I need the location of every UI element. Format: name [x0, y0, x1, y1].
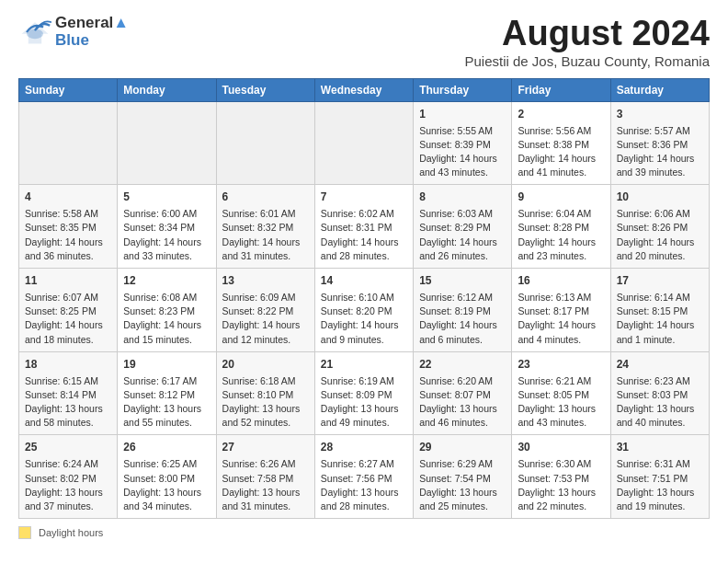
calendar-cell: 11Sunrise: 6:07 AM Sunset: 8:25 PM Dayli… — [19, 269, 118, 352]
calendar-cell: 30Sunrise: 6:30 AM Sunset: 7:53 PM Dayli… — [512, 435, 610, 519]
logo-icon — [18, 16, 51, 49]
calendar-header-cell: Sunday — [19, 78, 118, 101]
day-number: 8 — [419, 190, 506, 205]
day-number: 31 — [617, 440, 703, 455]
calendar-cell: 25Sunrise: 6:24 AM Sunset: 8:02 PM Dayli… — [19, 435, 118, 519]
day-number: 15 — [419, 273, 506, 289]
day-info: Sunrise: 6:10 AM Sunset: 8:20 PM Dayligh… — [321, 291, 407, 347]
day-info: Sunrise: 6:20 AM Sunset: 8:07 PM Dayligh… — [419, 374, 506, 431]
day-info: Sunrise: 6:25 AM Sunset: 8:00 PM Dayligh… — [123, 457, 210, 513]
calendar-table: SundayMondayTuesdayWednesdayThursdayFrid… — [18, 78, 710, 519]
calendar-cell: 24Sunrise: 6:23 AM Sunset: 8:03 PM Dayli… — [610, 351, 709, 435]
calendar-cell: 13Sunrise: 6:09 AM Sunset: 8:22 PM Dayli… — [216, 269, 314, 352]
day-number: 17 — [617, 273, 703, 289]
calendar-week-row: 1Sunrise: 5:55 AM Sunset: 8:39 PM Daylig… — [19, 101, 710, 185]
day-number: 14 — [321, 273, 407, 289]
daylight-color-box — [18, 526, 31, 539]
calendar-cell: 7Sunrise: 6:02 AM Sunset: 8:31 PM Daylig… — [314, 185, 413, 269]
day-info: Sunrise: 6:08 AM Sunset: 8:23 PM Dayligh… — [123, 291, 210, 347]
day-info: Sunrise: 6:12 AM Sunset: 8:19 PM Dayligh… — [419, 291, 506, 347]
calendar-header-cell: Wednesday — [314, 78, 413, 101]
day-number: 19 — [123, 357, 210, 373]
page-title: August 2024 — [464, 15, 710, 53]
calendar-cell: 23Sunrise: 6:21 AM Sunset: 8:05 PM Dayli… — [512, 351, 610, 435]
day-number: 27 — [222, 440, 309, 455]
calendar-cell: 14Sunrise: 6:10 AM Sunset: 8:20 PM Dayli… — [314, 269, 413, 352]
calendar-header-cell: Friday — [512, 78, 610, 101]
day-number: 2 — [518, 107, 604, 122]
footer: Daylight hours — [18, 526, 710, 539]
calendar-cell — [216, 101, 314, 185]
calendar-cell: 21Sunrise: 6:19 AM Sunset: 8:09 PM Dayli… — [314, 351, 413, 435]
calendar-cell: 27Sunrise: 6:26 AM Sunset: 7:58 PM Dayli… — [216, 435, 314, 519]
calendar-week-row: 25Sunrise: 6:24 AM Sunset: 8:02 PM Dayli… — [19, 435, 710, 519]
calendar-cell: 4Sunrise: 5:58 AM Sunset: 8:35 PM Daylig… — [19, 185, 118, 269]
svg-point-1 — [27, 29, 43, 39]
calendar-cell: 16Sunrise: 6:13 AM Sunset: 8:17 PM Dayli… — [512, 269, 610, 352]
calendar-cell: 8Sunrise: 6:03 AM Sunset: 8:29 PM Daylig… — [414, 185, 512, 269]
day-info: Sunrise: 6:04 AM Sunset: 8:28 PM Dayligh… — [518, 207, 604, 263]
calendar-cell — [19, 101, 118, 185]
day-info: Sunrise: 6:09 AM Sunset: 8:22 PM Dayligh… — [222, 291, 309, 347]
day-number: 5 — [123, 190, 210, 205]
calendar-cell — [314, 101, 413, 185]
day-info: Sunrise: 6:23 AM Sunset: 8:03 PM Dayligh… — [617, 374, 703, 431]
calendar-header-cell: Monday — [118, 78, 216, 101]
logo-text: General▲ Blue — [55, 15, 129, 49]
day-info: Sunrise: 6:24 AM Sunset: 8:02 PM Dayligh… — [25, 457, 111, 513]
day-number: 25 — [25, 440, 111, 455]
calendar-cell: 1Sunrise: 5:55 AM Sunset: 8:39 PM Daylig… — [414, 101, 512, 185]
calendar-cell: 3Sunrise: 5:57 AM Sunset: 8:36 PM Daylig… — [610, 101, 709, 185]
day-number: 6 — [222, 190, 309, 205]
day-info: Sunrise: 6:03 AM Sunset: 8:29 PM Dayligh… — [419, 207, 506, 263]
calendar-cell: 6Sunrise: 6:01 AM Sunset: 8:32 PM Daylig… — [216, 185, 314, 269]
day-number: 9 — [518, 190, 604, 205]
day-info: Sunrise: 6:29 AM Sunset: 7:54 PM Dayligh… — [419, 457, 506, 513]
day-info: Sunrise: 6:26 AM Sunset: 7:58 PM Dayligh… — [222, 457, 309, 513]
day-info: Sunrise: 6:13 AM Sunset: 8:17 PM Dayligh… — [518, 291, 604, 347]
day-info: Sunrise: 5:55 AM Sunset: 8:39 PM Dayligh… — [419, 124, 506, 180]
day-info: Sunrise: 6:30 AM Sunset: 7:53 PM Dayligh… — [518, 457, 604, 513]
header: General▲ Blue August 2024 Puiestii de Jo… — [18, 15, 710, 69]
day-number: 26 — [123, 440, 210, 455]
day-info: Sunrise: 6:02 AM Sunset: 8:31 PM Dayligh… — [321, 207, 407, 263]
day-number: 16 — [518, 273, 604, 289]
day-number: 12 — [123, 273, 210, 289]
day-number: 1 — [419, 107, 506, 122]
day-number: 3 — [617, 107, 703, 122]
day-number: 29 — [419, 440, 506, 455]
day-info: Sunrise: 5:58 AM Sunset: 8:35 PM Dayligh… — [25, 207, 111, 263]
calendar-header-cell: Thursday — [414, 78, 512, 101]
calendar-cell: 28Sunrise: 6:27 AM Sunset: 7:56 PM Dayli… — [314, 435, 413, 519]
day-info: Sunrise: 6:21 AM Sunset: 8:05 PM Dayligh… — [518, 374, 604, 431]
page-subtitle: Puiestii de Jos, Buzau County, Romania — [464, 53, 710, 69]
calendar-cell — [118, 101, 216, 185]
day-number: 22 — [419, 357, 506, 373]
calendar-cell: 19Sunrise: 6:17 AM Sunset: 8:12 PM Dayli… — [118, 351, 216, 435]
calendar-header: SundayMondayTuesdayWednesdayThursdayFrid… — [19, 78, 710, 101]
day-number: 28 — [321, 440, 407, 455]
day-info: Sunrise: 6:07 AM Sunset: 8:25 PM Dayligh… — [25, 291, 111, 347]
day-number: 30 — [518, 440, 604, 455]
day-info: Sunrise: 6:18 AM Sunset: 8:10 PM Dayligh… — [222, 374, 309, 431]
calendar-cell: 18Sunrise: 6:15 AM Sunset: 8:14 PM Dayli… — [19, 351, 118, 435]
day-info: Sunrise: 6:06 AM Sunset: 8:26 PM Dayligh… — [617, 207, 703, 263]
logo: General▲ Blue — [18, 15, 129, 49]
day-info: Sunrise: 5:56 AM Sunset: 8:38 PM Dayligh… — [518, 124, 604, 180]
day-number: 10 — [617, 190, 703, 205]
calendar-cell: 12Sunrise: 6:08 AM Sunset: 8:23 PM Dayli… — [118, 269, 216, 352]
calendar-week-row: 11Sunrise: 6:07 AM Sunset: 8:25 PM Dayli… — [19, 269, 710, 352]
day-info: Sunrise: 6:14 AM Sunset: 8:15 PM Dayligh… — [617, 291, 703, 347]
calendar-cell: 10Sunrise: 6:06 AM Sunset: 8:26 PM Dayli… — [610, 185, 709, 269]
day-number: 13 — [222, 273, 309, 289]
calendar-cell: 5Sunrise: 6:00 AM Sunset: 8:34 PM Daylig… — [118, 185, 216, 269]
day-info: Sunrise: 6:31 AM Sunset: 7:51 PM Dayligh… — [617, 457, 703, 513]
calendar-week-row: 4Sunrise: 5:58 AM Sunset: 8:35 PM Daylig… — [19, 185, 710, 269]
day-info: Sunrise: 5:57 AM Sunset: 8:36 PM Dayligh… — [617, 124, 703, 180]
calendar-body: 1Sunrise: 5:55 AM Sunset: 8:39 PM Daylig… — [19, 101, 710, 518]
calendar-cell: 15Sunrise: 6:12 AM Sunset: 8:19 PM Dayli… — [414, 269, 512, 352]
calendar-cell: 26Sunrise: 6:25 AM Sunset: 8:00 PM Dayli… — [118, 435, 216, 519]
calendar-cell: 2Sunrise: 5:56 AM Sunset: 8:38 PM Daylig… — [512, 101, 610, 185]
day-info: Sunrise: 6:27 AM Sunset: 7:56 PM Dayligh… — [321, 457, 407, 513]
calendar-week-row: 18Sunrise: 6:15 AM Sunset: 8:14 PM Dayli… — [19, 351, 710, 435]
